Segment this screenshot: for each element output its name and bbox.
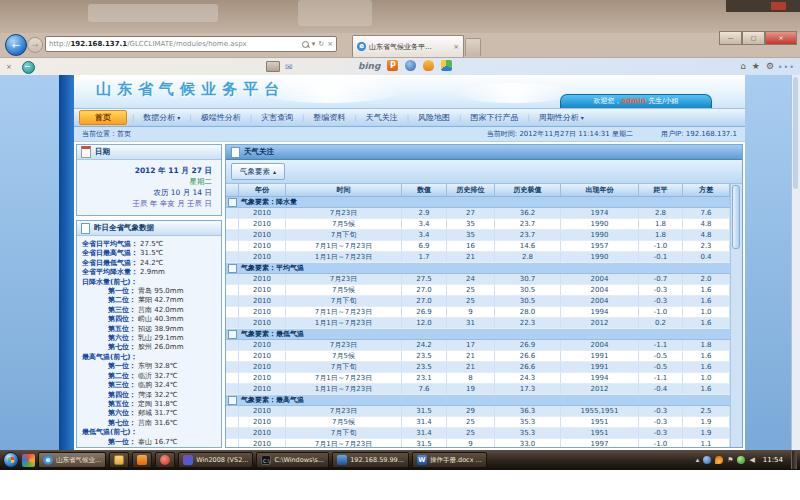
table-cell: 4.8	[683, 230, 730, 240]
task-button-ie[interactable]: e山东省气候业...	[38, 452, 106, 468]
table-row[interactable]: 20107月下旬23.52126.61991-0.51.6	[226, 362, 730, 373]
task-button-vs[interactable]: Win2008 (VS2...	[178, 452, 253, 468]
task-button-cmd[interactable]: C:\C:\Windows\s...	[256, 452, 329, 468]
toolbar-p-icon[interactable]: P	[387, 60, 398, 71]
action-center-flag-icon[interactable]: ⚑	[727, 457, 733, 464]
volume-icon[interactable]: ◀	[749, 457, 754, 464]
weather-panel-title: 昨日全省气象数据	[94, 223, 154, 233]
table-cell: 7月23日	[286, 406, 402, 416]
back-button[interactable]: ←	[5, 34, 27, 56]
search-icon[interactable]	[302, 41, 309, 48]
checkbox-icon[interactable]	[228, 396, 237, 405]
table-group-row[interactable]: 气象要素：降水量	[226, 197, 730, 208]
checkbox-icon[interactable]	[228, 264, 237, 273]
table-row[interactable]: 20107月下旬3.43523.719901.84.8	[226, 230, 730, 241]
browser-tab[interactable]: e 山东省气候业务平... ×	[352, 35, 464, 57]
nav-item-5[interactable]: 天气关注	[357, 112, 407, 123]
flame-icon[interactable]	[715, 456, 723, 464]
table-cell: 2012	[561, 384, 639, 394]
envelope-icon[interactable]: ✉	[285, 62, 293, 72]
webslice-icon[interactable]	[22, 61, 35, 74]
table-row[interactable]: 20107月23日2.92736.219742.87.6	[226, 208, 730, 219]
nav-item-3[interactable]: 灾害查询	[252, 112, 302, 123]
nav-item-7[interactable]: 国家下行产品	[461, 112, 527, 123]
favorites-star-icon[interactable]: ★	[752, 61, 760, 71]
table-group-row[interactable]: 气象要素：平均气温	[226, 263, 730, 274]
table-cell: 7月23日	[286, 340, 402, 350]
table-row[interactable]: 20107月1日～7月23日6.91614.61957-1.02.3	[226, 241, 730, 252]
chevron-down-icon[interactable]: ▾	[312, 40, 316, 48]
toolbar-community-icon[interactable]	[441, 60, 452, 71]
table-row[interactable]: 20101月1日～7月23日7.61917.32012-0.41.6	[226, 384, 730, 395]
nav-item-6[interactable]: 风险地图	[409, 112, 459, 123]
user-ip: 用户IP: 192.168.137.1	[661, 129, 737, 139]
task-button-word[interactable]: W操作手册.docx ...	[412, 452, 487, 468]
show-desktop-button[interactable]	[791, 451, 797, 469]
table-row[interactable]: 20107月23日31.52936.31955,1951-0.32.5	[226, 406, 730, 417]
table-row[interactable]: 20107月1日～7月23日26.9928.01994-1.01.0	[226, 307, 730, 318]
task-button-media[interactable]	[155, 452, 175, 468]
checkbox-icon[interactable]	[228, 330, 237, 339]
toolbar-paw-icon[interactable]	[423, 60, 434, 71]
table-group-row[interactable]: 气象要素：最低气温	[226, 329, 730, 340]
home-icon[interactable]: ⌂	[740, 61, 746, 71]
nav-item-8[interactable]: 周期性分析 ▾	[530, 112, 593, 123]
element-filter-button[interactable]: 气象要素 ▴	[231, 163, 285, 180]
taskbar-clock[interactable]: 11:54	[759, 456, 787, 464]
task-button-folder[interactable]	[109, 452, 129, 468]
stat-value: 24.2℃	[140, 259, 163, 267]
table-cell: 1.6	[683, 285, 730, 295]
nav-item-4[interactable]: 整编资料	[304, 112, 354, 123]
station-value: 莒南 42.0mm	[138, 306, 183, 315]
table-row[interactable]: 20107月5候27.02530.52004-0.31.6	[226, 285, 730, 296]
table-row[interactable]: 20107月1日～7月23日31.5933.01997-1.01.1	[226, 439, 730, 447]
new-tab-button[interactable]	[465, 38, 481, 56]
table-cell: 9	[447, 439, 495, 447]
refresh-icon[interactable]: ↻	[318, 40, 324, 48]
table-cell: 24	[447, 274, 495, 284]
checkbox-icon[interactable]	[228, 198, 237, 207]
toolbar-camera-icon[interactable]	[405, 60, 416, 71]
table-row[interactable]: 20107月23日27.52430.72004-0.72.0	[226, 274, 730, 285]
taskbar-tasks: e山东省气候业...Win2008 (VS2...C:\C:\Windows\s…	[38, 452, 487, 468]
table-row[interactable]: 20107月5候31.42535.31951-0.31.9	[226, 417, 730, 428]
chevron-down-icon: ▾	[175, 114, 180, 121]
table-row[interactable]: 20101月1日～7月23日12.03122.320120.21.6	[226, 318, 730, 329]
stop-icon[interactable]: ×	[327, 40, 333, 48]
network-icon[interactable]	[703, 456, 711, 464]
forward-button[interactable]: →	[27, 37, 43, 53]
address-bar[interactable]: http://192.168.137.1/GLCCLIMATE/modules/…	[45, 36, 337, 52]
table-row[interactable]: 20107月下旬27.02530.52004-0.31.6	[226, 296, 730, 307]
nav-item-0[interactable]: 首页	[79, 110, 127, 125]
show-hidden-icons[interactable]: ▴	[696, 457, 700, 464]
toolbar-close-icon[interactable]: ×	[6, 63, 12, 71]
table-group-row[interactable]: 气象要素：最高气温	[226, 395, 730, 406]
nav-item-2[interactable]: 极端性分析	[192, 112, 250, 123]
start-button[interactable]	[3, 452, 19, 468]
more-icon[interactable]: •••	[778, 63, 795, 72]
task-button-app-orange[interactable]	[132, 452, 152, 468]
table-row[interactable]: 20107月23日24.21726.92004-1.11.8	[226, 340, 730, 351]
gear-icon[interactable]: ⚙	[766, 61, 774, 71]
scrollbar-thumb[interactable]	[732, 185, 740, 249]
tab-close-icon[interactable]: ×	[453, 43, 459, 51]
bing-logo[interactable]: bing	[358, 61, 380, 71]
table-cell: 3.4	[402, 230, 447, 240]
table-scrollbar[interactable]	[730, 184, 742, 447]
table-row[interactable]: 20107月5候23.52126.61991-0.51.6	[226, 351, 730, 362]
minimize-button[interactable]: —	[719, 31, 742, 45]
table-row[interactable]: 20107月下旬31.42535.31951-0.31.9	[226, 428, 730, 439]
page-scrollbar-thumb[interactable]	[793, 77, 798, 189]
close-button[interactable]: ×	[765, 31, 797, 45]
card-reader-icon[interactable]	[266, 61, 280, 72]
table-row[interactable]: 20107月1日～7月23日23.1824.31994-1.11.0	[226, 373, 730, 384]
maximize-button[interactable]: ▢	[742, 31, 765, 45]
table-row[interactable]: 20107月5候3.43523.719901.84.8	[226, 219, 730, 230]
quick-launch-icon[interactable]	[22, 454, 35, 467]
table-cell: 2010	[239, 230, 286, 240]
nav-item-1[interactable]: 数据分析 ▾	[134, 112, 189, 123]
task-button-rdp[interactable]: 192.168.59.99...	[332, 452, 409, 468]
sync-icon[interactable]	[737, 456, 745, 464]
table-row[interactable]: 20101月1日～7月23日1.7212.81990-0.10.4	[226, 252, 730, 263]
page-scrollbar[interactable]	[791, 75, 800, 450]
